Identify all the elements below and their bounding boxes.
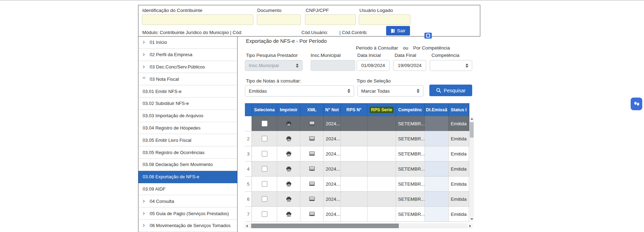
table-row[interactable]: 32024...SETEMBR...Emitida bbox=[245, 146, 469, 161]
column-header[interactable]: Seleciona bbox=[252, 103, 277, 116]
row-checkbox[interactable] bbox=[262, 151, 267, 157]
column-header[interactable]: RPS N° bbox=[341, 103, 367, 116]
table-row[interactable]: 22024...SETEMBR...Emitida bbox=[245, 131, 469, 146]
horizontal-scrollbar[interactable] bbox=[244, 223, 473, 228]
scroll-right-icon[interactable] bbox=[467, 223, 473, 228]
nota-numero-cell: 2024... bbox=[324, 177, 341, 191]
sidebar-item[interactable]: 03.02 Substituir NFS-e bbox=[138, 98, 237, 110]
column-header[interactable]: RPS Serie bbox=[367, 103, 396, 116]
sidebar-item[interactable]: ›06 Movimentação de Serviços Tomados bbox=[138, 220, 237, 232]
dt-emissao-cell bbox=[425, 116, 449, 131]
sidebar-item[interactable]: 03.09 AIDF bbox=[138, 183, 237, 195]
tipo-selecao-select[interactable]: Marcar Todas bbox=[357, 85, 423, 97]
libras-accessibility-button[interactable] bbox=[631, 98, 642, 110]
column-header[interactable]: Status I bbox=[449, 103, 469, 116]
xml-icon[interactable] bbox=[309, 181, 315, 186]
tipo-pesquisa-select[interactable]: Insc.Municipal bbox=[245, 60, 303, 71]
sidebar-item-label: 06 Movimentação de Serviços Tomados bbox=[150, 223, 230, 228]
table-row[interactable]: 62024...SETEMBR...Emitida bbox=[245, 192, 469, 207]
sidebar-item[interactable]: 03.08 Exportação de NFS-e bbox=[138, 171, 237, 183]
tipo-notas-label: Tipo de Notas à consultar: bbox=[246, 78, 301, 84]
row-checkbox[interactable] bbox=[262, 136, 267, 141]
rps-serie-cell bbox=[367, 207, 396, 221]
scroll-left-icon[interactable] bbox=[244, 223, 249, 228]
competencia-label: Competência bbox=[431, 53, 460, 58]
sidebar-item[interactable]: 03.05 Emitir Livro Fiscal bbox=[138, 134, 237, 146]
data-inicial-input[interactable] bbox=[357, 60, 390, 71]
usuario-logado-label: Usuário Logado bbox=[359, 8, 393, 13]
print-icon[interactable] bbox=[286, 212, 292, 217]
row-checkbox[interactable] bbox=[262, 196, 267, 202]
sidebar-item[interactable]: 03.03 Importação de Arquivos bbox=[138, 110, 237, 122]
documento-input[interactable] bbox=[257, 14, 301, 25]
xml-icon[interactable] bbox=[309, 197, 315, 201]
print-icon[interactable] bbox=[286, 121, 292, 126]
xml-icon[interactable] bbox=[309, 166, 315, 171]
xml-icon[interactable] bbox=[309, 212, 315, 217]
column-header[interactable]: Imprimir bbox=[277, 103, 300, 116]
column-header[interactable]: Dt.Emissã bbox=[425, 103, 449, 116]
small-blue-badge[interactable] bbox=[424, 33, 432, 39]
sidebar-item[interactable]: ›03 Dec.Conc/Serv.Públicos bbox=[138, 61, 237, 73]
sidebar-item[interactable]: ›01 Início bbox=[138, 37, 237, 49]
row-number-cell: 5 bbox=[245, 177, 252, 191]
data-final-input[interactable] bbox=[393, 60, 426, 71]
table-row[interactable]: 72024...SETEMBR...Emitida bbox=[245, 207, 469, 222]
table-row[interactable]: 12024...SETEMBR...Emitida bbox=[245, 116, 469, 131]
sidebar-item[interactable]: 03.08 Declaração Sem Movimento bbox=[138, 159, 237, 171]
scroll-down-icon[interactable] bbox=[469, 217, 474, 222]
tipo-notas-select[interactable]: Emitidas bbox=[245, 85, 354, 97]
row-number-cell: 7 bbox=[245, 207, 252, 221]
cnpj-cpf-input[interactable] bbox=[305, 14, 356, 25]
print-icon[interactable] bbox=[286, 151, 292, 157]
column-header-label: XML bbox=[307, 107, 316, 112]
column-header[interactable]: N° Not bbox=[324, 103, 341, 116]
row-checkbox[interactable] bbox=[262, 166, 267, 172]
horizontal-scroll-thumb[interactable] bbox=[251, 224, 399, 228]
print-icon[interactable] bbox=[286, 197, 292, 202]
column-header[interactable]: XML bbox=[300, 103, 324, 116]
table-row[interactable]: 42024...SETEMBR...Emitida bbox=[245, 161, 469, 177]
competencia-select[interactable] bbox=[430, 60, 472, 71]
print-icon[interactable] bbox=[286, 181, 292, 187]
sidebar-item[interactable]: 03.04 Registro de Hóspedes bbox=[138, 122, 237, 134]
row-checkbox[interactable] bbox=[262, 121, 267, 126]
select-cell bbox=[252, 161, 277, 176]
table-row[interactable]: 52024...SETEMBR...Emitida bbox=[245, 177, 469, 192]
nota-numero-cell: 2024... bbox=[324, 192, 341, 206]
usuario-logado-input[interactable] bbox=[359, 14, 410, 25]
print-icon[interactable] bbox=[286, 136, 292, 141]
scroll-up-icon[interactable] bbox=[469, 116, 474, 121]
xml-icon[interactable] bbox=[309, 136, 315, 141]
column-header[interactable]: Competênc bbox=[396, 103, 425, 116]
sair-button[interactable]: Sair bbox=[386, 26, 410, 35]
column-header-label: Seleciona bbox=[254, 107, 274, 112]
sidebar-item[interactable]: ›04 Consulta bbox=[138, 195, 237, 207]
row-checkbox[interactable] bbox=[262, 181, 267, 187]
sidebar-item[interactable]: ›05 Guia de Pagto (Serviços Prestados) bbox=[138, 207, 237, 220]
row-number-cell: 6 bbox=[245, 192, 252, 206]
status-cell: Emitida bbox=[449, 192, 469, 206]
xml-icon[interactable] bbox=[309, 151, 315, 156]
sidebar-item-label: 03.01 Emitir NFS-e bbox=[143, 89, 182, 94]
sidebar-item[interactable]: ›03 Nota Fiscal bbox=[138, 73, 237, 85]
print-icon[interactable] bbox=[286, 166, 292, 172]
top-divider bbox=[0, 0, 644, 1]
vertical-scrollbar[interactable] bbox=[469, 116, 474, 222]
insc-municipal-input[interactable] bbox=[311, 60, 355, 71]
competencia-cell: SETEMBR... bbox=[396, 131, 425, 146]
table-body: 12024...SETEMBR...Emitida22024...SETEMBR… bbox=[245, 116, 469, 222]
vertical-scroll-thumb[interactable] bbox=[470, 122, 474, 138]
xml-icon[interactable] bbox=[309, 121, 315, 126]
xml-cell bbox=[300, 161, 324, 176]
status-cell: Emitida bbox=[449, 131, 469, 146]
sidebar-item[interactable]: 03.01 Emitir NFS-e bbox=[138, 85, 237, 98]
pesquisar-button[interactable]: Pesquisar bbox=[429, 85, 472, 96]
competencia-cell: SETEMBR... bbox=[396, 146, 425, 161]
identificacao-input[interactable] bbox=[142, 14, 253, 25]
row-checkbox[interactable] bbox=[262, 211, 267, 217]
rps-serie-cell bbox=[367, 192, 396, 206]
print-cell bbox=[277, 131, 300, 146]
sidebar-item[interactable]: ›02 Perfil da Empresa bbox=[138, 49, 237, 61]
sidebar-item[interactable]: 03.05 Registro de Ocorrências bbox=[138, 146, 237, 159]
